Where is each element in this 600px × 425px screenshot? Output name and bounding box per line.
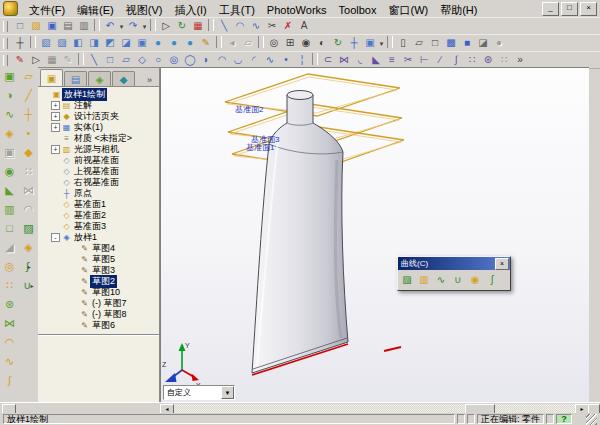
toolbar-grip[interactable] (3, 55, 8, 66)
rib-icon[interactable]: ▥ (0, 200, 19, 219)
standard-views-dropdown-icon[interactable]: ▾ (378, 36, 385, 50)
curves-titlebar[interactable]: 曲线(C) × (398, 257, 510, 270)
dome-ref-icon[interactable]: ◠ (19, 200, 38, 219)
rotate-view-icon[interactable]: ↻ (330, 36, 346, 50)
draft-icon[interactable]: ◢ (0, 238, 19, 257)
tree-expand-toggle[interactable]: + (51, 123, 60, 132)
view-bottom-icon[interactable]: ◪ (118, 36, 134, 50)
toolbar-icon[interactable] (208, 19, 214, 31)
helix-icon[interactable]: ∪▸ (19, 276, 38, 295)
zoom-selection-icon[interactable]: ◐ (314, 36, 330, 50)
edit-color-icon[interactable]: ▦ (190, 19, 206, 33)
trim-entities-icon[interactable]: ✂ (400, 53, 416, 67)
zoom-fit-icon[interactable]: ◎ (266, 36, 282, 50)
curve-through-xyz-icon[interactable]: ∪ (450, 272, 466, 288)
view-back-icon[interactable]: ▨ (54, 36, 70, 50)
toolbar-grip[interactable] (3, 21, 8, 32)
tube-model[interactable] (252, 91, 348, 374)
rectangle-icon[interactable]: □ (102, 53, 118, 67)
partial-ellipse-icon[interactable]: ◗ (198, 53, 214, 67)
shaded-with-edges-icon[interactable]: ▩ (443, 36, 459, 50)
composite-curve-icon[interactable]: ◈ (19, 238, 38, 257)
boss-revolve-icon[interactable]: ◑ (0, 86, 19, 105)
shadows-icon[interactable]: ◪ (475, 36, 491, 50)
mirror-feature-icon[interactable]: ⋈ (0, 314, 19, 333)
linear-sketch-pattern-icon[interactable]: ∷ (464, 53, 480, 67)
dome-icon[interactable]: ◠ (0, 333, 19, 352)
toolbar-icon[interactable] (78, 53, 84, 65)
curve-through-points-icon[interactable]: ◉ (467, 272, 483, 288)
linear-pattern-icon[interactable]: ∷ (0, 276, 19, 295)
tree-splitter[interactable] (38, 334, 159, 336)
zoom-area-icon[interactable]: ⊞ (282, 36, 298, 50)
toolbar-grip[interactable] (3, 38, 8, 49)
tree-item-sketch6[interactable]: ✎ 草图6 (39, 320, 159, 331)
circle-icon[interactable]: ○ (150, 53, 166, 67)
select-icon[interactable]: ▷ (158, 19, 174, 33)
split-entities-icon[interactable]: ∕ (432, 53, 448, 67)
centerline-icon[interactable]: ¦ (294, 53, 310, 67)
menu-item[interactable]: PhotoWorks (261, 3, 333, 17)
centerpoint-arc-icon[interactable]: ◜ (246, 53, 262, 67)
projected-curve-icon[interactable]: ▨ (19, 219, 38, 238)
toolbar-icon[interactable] (258, 36, 264, 48)
close-button[interactable]: × (580, 2, 597, 16)
tree-root-part[interactable]: ▣ 放样1绘制 (39, 89, 159, 100)
boss-extrude-icon[interactable]: ▣ (0, 67, 19, 86)
boss-loft-icon[interactable]: ◈ (0, 124, 19, 143)
delete-icon[interactable]: ✗ (280, 19, 296, 33)
rebuild-icon[interactable]: ↻ (174, 19, 190, 33)
select-arrow-icon[interactable]: ▷ (28, 53, 44, 67)
perspective-icon[interactable]: ● (491, 36, 507, 50)
shaded-icon[interactable]: ■ (459, 36, 475, 50)
tab-third-party[interactable]: ◆ (112, 71, 135, 86)
convert-entities-icon[interactable]: ⊂ (320, 53, 336, 67)
circular-sketch-pattern-icon[interactable]: ⊛ (480, 53, 496, 67)
sketch-spline-icon[interactable]: ∿ (248, 19, 264, 33)
reference-triad-icon[interactable]: ┼ (12, 36, 28, 50)
toolbar-icon[interactable] (387, 36, 393, 48)
horizontal-scrollbar-track[interactable] (160, 404, 588, 413)
hole-wizard-icon[interactable]: ◎ (0, 257, 19, 276)
restore-button[interactable]: □ (561, 2, 578, 16)
toolbar-icon[interactable] (312, 53, 318, 65)
tangent-arc-icon[interactable]: ◡ (230, 53, 246, 67)
offset-entities-icon[interactable]: ≡ (384, 53, 400, 67)
ellipse-icon[interactable]: ◯ (182, 53, 198, 67)
close-icon[interactable]: × (495, 258, 509, 270)
standard-views-icon[interactable]: ▣ (362, 36, 378, 50)
split-line-icon[interactable]: ▥ (416, 272, 432, 288)
undo-icon[interactable]: ↶ (102, 19, 118, 33)
menu-item[interactable]: Toolbox (333, 3, 383, 17)
quick-tips-help-icon[interactable]: ? (556, 414, 572, 424)
cut-extrude-icon[interactable]: ▣ (0, 143, 19, 162)
tab-featuremanager[interactable]: ▣ (40, 69, 63, 86)
undo-dropdown-icon[interactable]: ▾ (118, 19, 125, 33)
tab-propertymanager[interactable]: ▤ (64, 71, 87, 86)
print-icon[interactable]: ▤ (60, 19, 76, 33)
polygon-icon[interactable]: ◇ (134, 53, 150, 67)
view-scale-combo[interactable]: 自定义 ▼ (163, 385, 235, 400)
tree-expand-toggle[interactable]: + (51, 112, 60, 121)
toolbar-icon[interactable] (94, 19, 100, 31)
open-document-icon[interactable]: ▨ (28, 19, 44, 33)
tree-item-right-plane[interactable]: ◇ 右视基准面 (39, 177, 159, 188)
reference-point-icon[interactable]: • (19, 124, 38, 143)
pan-icon[interactable]: ┼ (346, 36, 362, 50)
hidden-lines-visible-icon[interactable]: ▱ (411, 36, 427, 50)
menu-item[interactable]: 窗口(W) (382, 3, 434, 17)
view-right-icon[interactable]: ◨ (86, 36, 102, 50)
redo-icon[interactable]: ↷ (125, 19, 141, 33)
view-dimetric-icon[interactable]: ● (166, 36, 182, 50)
view-trimetric-icon[interactable]: ● (150, 36, 166, 50)
reference-axis-icon[interactable]: ╱ (19, 86, 38, 105)
menu-item[interactable]: 帮助(H) (434, 3, 483, 17)
tree-expand-toggle[interactable]: + (51, 101, 60, 110)
chamfer-icon[interactable]: ◣ (0, 181, 19, 200)
plane1-label[interactable]: 基准面1 (246, 142, 274, 153)
graphics-viewport[interactable]: Y X Z 基准面2 基准面3 基准面1 自定义 ▼ (160, 67, 589, 402)
view-normal-to-icon[interactable]: ● (182, 36, 198, 50)
point-icon[interactable]: • (278, 53, 294, 67)
shell-icon[interactable]: □ (0, 219, 19, 238)
parallelogram-icon[interactable]: ▱ (118, 53, 134, 67)
